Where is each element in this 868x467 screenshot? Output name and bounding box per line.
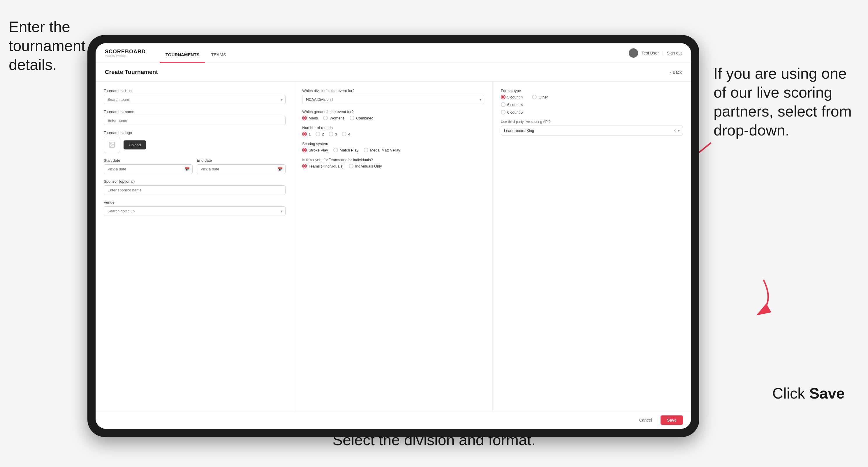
- gender-mens-label: Mens: [309, 116, 318, 120]
- brand-logo: SCOREBOARD Powered by clippit: [105, 49, 146, 57]
- event-teams-radio[interactable]: [302, 164, 307, 168]
- nav-tab-teams[interactable]: TEAMS: [205, 43, 232, 63]
- gender-mens[interactable]: Mens: [302, 116, 318, 120]
- rounds-group: Number of rounds 1 2: [302, 126, 484, 136]
- tournament-host-input[interactable]: [104, 95, 285, 104]
- round-3-radio[interactable]: [329, 132, 333, 136]
- click-save-bold: Save: [809, 385, 845, 402]
- end-date-wrap: 📅: [197, 164, 285, 174]
- round-1[interactable]: 1: [302, 132, 311, 136]
- gender-womens[interactable]: Womens: [323, 116, 344, 120]
- gender-combined-label: Combined: [356, 116, 373, 120]
- gender-mens-radio[interactable]: [302, 116, 307, 120]
- logo-placeholder: [104, 137, 120, 153]
- round-3-label: 3: [335, 132, 337, 136]
- event-teams-label: Teams (+Individuals): [309, 164, 344, 168]
- format-6count4-radio[interactable]: [501, 102, 505, 107]
- create-tournament-panel: Create Tournament ‹ Back Tournament Host: [96, 63, 691, 429]
- upload-button[interactable]: Upload: [124, 141, 146, 150]
- format-5count4-radio[interactable]: [501, 95, 505, 99]
- start-date-wrap: 📅: [104, 164, 193, 174]
- sponsor-group: Sponsor (optional): [104, 179, 285, 195]
- event-type-group: Is this event for Teams and/or Individua…: [302, 158, 484, 168]
- nav-right: Test User | Sign out: [629, 49, 682, 58]
- nav-divider: |: [662, 51, 663, 55]
- col-division-scoring: Which division is the event for? NCAA Di…: [294, 82, 492, 411]
- scoring-group: Scoring system Stroke Play Match Play: [302, 142, 484, 152]
- round-4-radio[interactable]: [342, 132, 346, 136]
- round-1-radio[interactable]: [302, 132, 307, 136]
- format-6count5[interactable]: 6 count 5: [501, 110, 523, 115]
- event-individuals[interactable]: Individuals Only: [349, 164, 382, 168]
- round-4-label: 4: [348, 132, 350, 136]
- format-other-radio[interactable]: [532, 95, 537, 99]
- tablet-frame: SCOREBOARD Powered by clippit TOURNAMENT…: [87, 35, 699, 437]
- nav-tabs: TOURNAMENTS TEAMS: [160, 43, 232, 63]
- division-group: Which division is the event for? NCAA Di…: [302, 89, 484, 104]
- format-6count5-radio[interactable]: [501, 110, 505, 115]
- scoring-stroke-label: Stroke Play: [309, 148, 328, 152]
- round-3[interactable]: 3: [329, 132, 337, 136]
- round-4[interactable]: 4: [342, 132, 350, 136]
- start-date-input[interactable]: [104, 164, 193, 174]
- sponsor-input[interactable]: [104, 185, 285, 195]
- event-teams[interactable]: Teams (+Individuals): [302, 164, 344, 168]
- live-scoring-clear-icon[interactable]: ✕ ▾: [673, 128, 680, 133]
- round-1-label: 1: [309, 132, 311, 136]
- format-6count4[interactable]: 6 count 4: [501, 102, 523, 107]
- annotation-topright: If you are using one of our live scoring…: [714, 64, 854, 140]
- scoring-match[interactable]: Match Play: [333, 148, 359, 152]
- gender-combined-radio[interactable]: [350, 116, 354, 120]
- end-date-input[interactable]: [197, 164, 285, 174]
- date-row: Start date 📅 End date: [104, 158, 285, 174]
- division-select[interactable]: NCAA Division I NCAA Division II NCAA Di…: [302, 95, 484, 104]
- gender-womens-radio[interactable]: [323, 116, 328, 120]
- format-5count4[interactable]: 5 count 4: [501, 95, 523, 99]
- brand-name: SCOREBOARD: [105, 49, 146, 55]
- nav-tab-tournaments[interactable]: TOURNAMENTS: [160, 43, 205, 63]
- cancel-button[interactable]: Cancel: [634, 415, 657, 425]
- format-options-container: 5 count 4 6 count 4 6 count 5: [501, 95, 683, 115]
- event-type-label: Is this event for Teams and/or Individua…: [302, 158, 484, 162]
- live-scoring-tag: Leaderboard King: [504, 128, 534, 133]
- event-type-radio-group: Teams (+Individuals) Individuals Only: [302, 164, 484, 168]
- back-label: Back: [673, 70, 682, 74]
- live-scoring-input-box[interactable]: Leaderboard King ✕ ▾: [501, 126, 683, 135]
- venue-input[interactable]: [104, 206, 285, 216]
- gender-radio-group: Mens Womens Combined: [302, 116, 484, 120]
- venue-chevron-icon: ▾: [281, 209, 283, 214]
- save-button[interactable]: Save: [660, 415, 683, 425]
- event-individuals-radio[interactable]: [349, 164, 353, 168]
- panel-title: Create Tournament: [105, 69, 158, 75]
- sign-out-link[interactable]: Sign out: [667, 51, 682, 55]
- round-2-radio[interactable]: [315, 132, 320, 136]
- venue-input-wrap: ▾: [104, 206, 285, 216]
- scoring-match-radio[interactable]: [333, 148, 338, 152]
- svg-point-2: [111, 143, 111, 144]
- scoring-stroke[interactable]: Stroke Play: [302, 148, 328, 152]
- col-format-scoring: Format type 5 count 4 6 count: [493, 82, 691, 411]
- venue-label: Venue: [104, 200, 285, 205]
- round-2[interactable]: 2: [315, 132, 324, 136]
- calendar-icon-start: 📅: [185, 167, 190, 172]
- format-other[interactable]: Other: [532, 95, 548, 99]
- scoring-medal-match-radio[interactable]: [364, 148, 368, 152]
- end-date-group: End date 📅: [197, 158, 285, 174]
- tournament-name-input[interactable]: [104, 116, 285, 125]
- scoring-stroke-radio[interactable]: [302, 148, 307, 152]
- tournament-logo-group: Tournament logo Upload: [104, 130, 285, 153]
- scoring-radio-group: Stroke Play Match Play Medal Match Play: [302, 148, 484, 152]
- tournament-host-input-wrap: ▾: [104, 95, 285, 104]
- sponsor-label: Sponsor (optional): [104, 179, 285, 184]
- division-label: Which division is the event for?: [302, 89, 484, 93]
- live-scoring-value: Leaderboard King: [504, 128, 534, 133]
- venue-group: Venue ▾: [104, 200, 285, 216]
- gender-womens-label: Womens: [330, 116, 344, 120]
- live-scoring-section: Use third-party live scoring API? Leader…: [501, 120, 683, 135]
- back-button[interactable]: ‹ Back: [670, 70, 682, 74]
- scoring-medal-match[interactable]: Medal Match Play: [364, 148, 400, 152]
- panel-footer: Cancel Save: [96, 411, 691, 429]
- end-date-label: End date: [197, 158, 285, 162]
- tablet-screen: SCOREBOARD Powered by clippit TOURNAMENT…: [96, 43, 691, 429]
- gender-combined[interactable]: Combined: [350, 116, 373, 120]
